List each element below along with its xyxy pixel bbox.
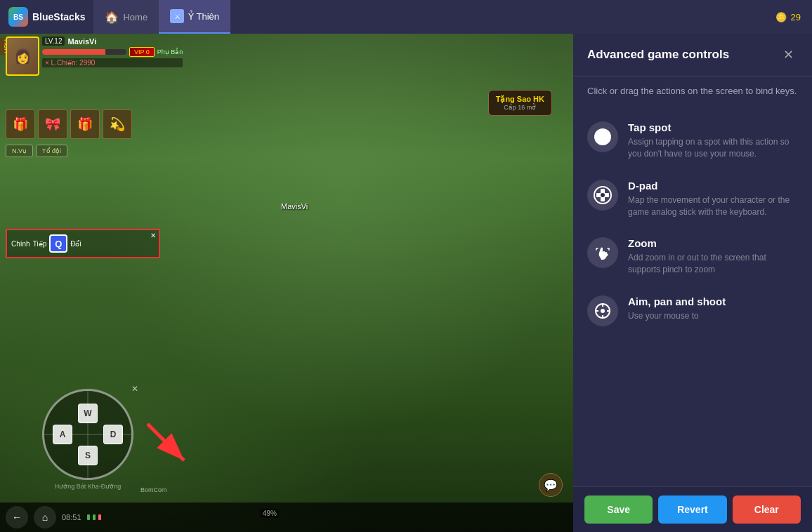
health-bar [42, 49, 126, 55]
bluestacks-logo: BS [8, 7, 28, 27]
game-bottom-bar: ← ⌂ 08:51 [0, 503, 573, 532]
aim-icon [587, 295, 618, 326]
coin-amount: 29 [791, 12, 801, 22]
percent-badge: 49% [260, 509, 280, 518]
tab-game[interactable]: ⚔ Ỷ Thiên [159, 0, 230, 34]
time-display: 08:51 [62, 513, 81, 521]
red-box-close[interactable]: ✕ [150, 232, 156, 239]
svg-point-8 [601, 193, 605, 197]
game-tab-label: Ỷ Thiên [188, 11, 219, 22]
coins-display: 🪙 29 [775, 12, 812, 22]
item-nap2[interactable]: 💫 [103, 109, 132, 139]
controls-list: Tap spot Assign tapping on a spot with t… [573, 106, 812, 486]
close-panel-button[interactable]: ✕ [778, 45, 798, 65]
panel-instructions: Click or drag the actions on the screen … [573, 77, 812, 106]
zoom-icon [587, 237, 618, 268]
tab-home[interactable]: 🏠 Home [93, 0, 159, 34]
dpad-text: D-pad Map the movement of your character… [628, 180, 798, 218]
tap-spot-text: Tap spot Assign tapping on a spot with t… [628, 121, 798, 160]
server-popup: Tặng Sao HK Cấp 16 mở [488, 90, 552, 116]
app-name: BlueStacks [32, 11, 85, 22]
panel-header: Advanced game controls ✕ [573, 34, 812, 77]
zoom-desc: Add zoom in or out to the screen that su… [628, 252, 798, 276]
dpad-icon [587, 180, 618, 211]
home-tab-label: Home [123, 12, 148, 22]
app-logo-area: BS BlueStacks [0, 7, 93, 27]
right-panel: Advanced game controls ✕ Click or drag t… [573, 34, 812, 532]
svg-point-4 [594, 128, 611, 145]
game-items-top: 🎁 🎀 🎁 💫 [6, 109, 132, 139]
bottom-text: BomCom [140, 486, 167, 493]
home-icon: 🏠 [105, 11, 119, 24]
panel-title: Advanced game controls [587, 48, 729, 62]
secondary-label: Phụ Bản [157, 48, 183, 55]
health-fill [42, 49, 105, 55]
npc-button[interactable]: N.Vụ [6, 145, 33, 157]
player-avatar: 👩 [6, 36, 39, 76]
revert-button[interactable]: Revert [658, 496, 726, 524]
zoom-text: Zoom Add zoom in or out to the screen th… [628, 237, 798, 276]
item-nap[interactable]: 🎁 [6, 109, 35, 139]
aim-name: Aim, pan and shoot [628, 295, 798, 307]
box-text-3: Đổi [70, 240, 81, 248]
main-content: HOA 👩 LV.12 MavisVi VIP 0 Phụ Bản × L.Ch… [0, 34, 812, 532]
zoom-name: Zoom [628, 237, 798, 249]
control-tap-spot[interactable]: Tap spot Assign tapping on a spot with t… [582, 112, 804, 170]
dpad-circle: ✕ W A D S [42, 389, 133, 480]
player-info: LV.12 MavisVi VIP 0 Phụ Bản × L.Chiến: 2… [42, 36, 183, 67]
battery-area [87, 514, 101, 520]
aim-desc: Use your mouse to [628, 310, 798, 322]
tap-spot-name: Tap spot [628, 121, 798, 133]
game-top-ui: 👩 LV.12 MavisVi VIP 0 Phụ Bản × L.Chiến:… [0, 34, 573, 76]
player-level: LV.12 [42, 36, 65, 46]
control-zoom[interactable]: Zoom Add zoom in or out to the screen th… [582, 227, 804, 286]
tap-spot-icon [587, 121, 618, 152]
chat-bubble[interactable]: 💬 [539, 473, 563, 497]
dpad-container: ✕ W A D S Hướng Bát Kha-Đường [42, 389, 133, 490]
q-key-button[interactable]: Q [49, 234, 67, 253]
box-text-1: Chính [11, 240, 30, 248]
npc-buttons: N.Vụ Tổ đội [6, 145, 67, 157]
box-text-2: Tiếp [33, 240, 47, 248]
team-button[interactable]: Tổ đội [36, 145, 67, 157]
item-dac-sac[interactable]: 🎀 [38, 109, 67, 139]
save-button[interactable]: Save [584, 496, 653, 524]
tap-spot-desc: Assign tapping on a spot with this actio… [628, 136, 798, 160]
home-button[interactable]: ⌂ [34, 506, 56, 528]
item-qua[interactable]: 🎁 [70, 109, 100, 139]
back-button[interactable]: ← [6, 506, 28, 528]
dpad-close[interactable]: ✕ [131, 384, 138, 394]
panel-footer: Save Revert Clear [573, 486, 812, 532]
combat-text: × L.Chiến: 2990 [42, 58, 183, 67]
red-highlight-box: Chính Tiếp Q Đổi ✕ [6, 229, 160, 258]
dpad-label: Hướng Bát Kha-Đường [42, 483, 133, 490]
signal-bar-2 [93, 514, 96, 520]
signal-bar-3 [98, 514, 101, 520]
dpad-name: D-pad [628, 180, 798, 192]
title-bar: BS BlueStacks 🏠 Home ⚔ Ỷ Thiên 🪙 29 [0, 0, 812, 34]
game-tab-icon: ⚔ [170, 9, 184, 23]
vip-badge: VIP 0 [129, 47, 155, 57]
world-char-name: MavisVi [281, 202, 308, 211]
arrow-indicator [140, 417, 197, 476]
control-aim[interactable]: Aim, pan and shoot Use your mouse to [582, 286, 804, 336]
aim-text: Aim, pan and shoot Use your mouse to [628, 295, 798, 322]
control-dpad[interactable]: D-pad Map the movement of your character… [582, 170, 804, 228]
coin-icon: 🪙 [775, 12, 787, 22]
player-name: MavisVi [67, 37, 96, 46]
svg-point-14 [601, 309, 605, 313]
signal-bar-1 [87, 514, 90, 520]
game-area[interactable]: HOA 👩 LV.12 MavisVi VIP 0 Phụ Bản × L.Ch… [0, 34, 573, 532]
dpad-desc: Map the movement of your character or th… [628, 194, 798, 218]
svg-line-3 [148, 424, 184, 460]
clear-button[interactable]: Clear [733, 496, 801, 524]
